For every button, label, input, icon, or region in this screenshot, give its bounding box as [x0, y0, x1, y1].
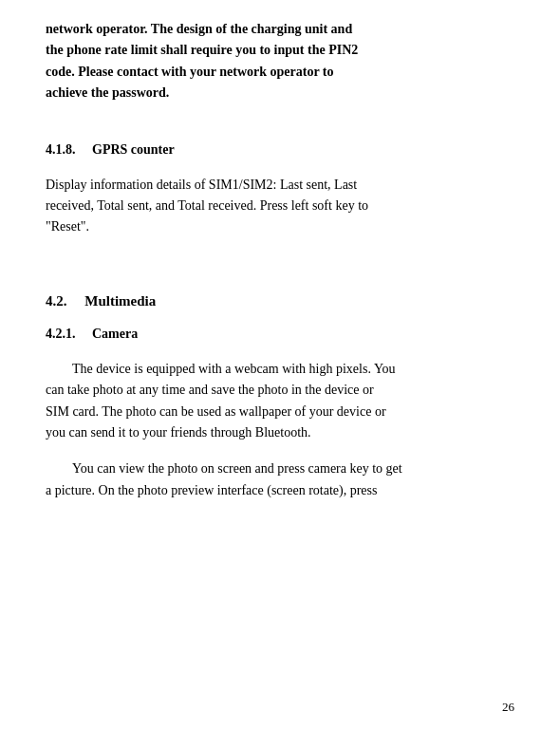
section-418-body-line2: received, Total sent, and Total received… [46, 198, 368, 213]
section-421-label: 4.2.1. [46, 327, 76, 341]
section-418-body-line1: Display information details of SIM1/SIM2… [46, 178, 357, 192]
section-42-title: Multimedia [84, 293, 156, 309]
section-42-heading: 4.2. Multimedia [46, 293, 514, 309]
section-421-para1-line1: The device is equipped with a webcam wit… [72, 362, 396, 376]
intro-paragraph: network operator. The design of the char… [46, 19, 514, 104]
section-418-body-line3: "Reset". [46, 219, 89, 234]
section-421-para1-line4: you can send it to your friends through … [46, 425, 311, 440]
page-number: 26 [502, 700, 514, 715]
intro-line1: network operator. The design of the char… [46, 22, 352, 36]
section-421-para1: The device is equipped with a webcam wit… [46, 359, 514, 444]
intro-line2: the phone rate limit shall require you t… [46, 43, 358, 57]
intro-line3: code. Please contact with your network o… [46, 65, 334, 79]
section-421-para2-line2: a picture. On the photo preview interfac… [46, 483, 377, 497]
section-421-para1-line3: SIM card. The photo can be used as wallp… [46, 404, 386, 419]
section-421-heading: 4.2.1. Camera [46, 327, 514, 342]
section-42-label: 4.2. [46, 293, 67, 309]
section-418-body: Display information details of SIM1/SIM2… [46, 175, 514, 238]
section-421-para2-line1: You can view the photo on screen and pre… [72, 461, 402, 476]
section-421-title: Camera [92, 327, 138, 341]
page-container: network operator. The design of the char… [0, 0, 560, 730]
section-418-heading: 4.1.8. GPRS counter [46, 142, 514, 158]
section-421-para2: You can view the photo on screen and pre… [46, 459, 514, 501]
section-421-para1-line2: can take photo at any time and save the … [46, 383, 374, 397]
section-418-title: GPRS counter [92, 142, 175, 157]
intro-line4: achieve the password. [46, 85, 169, 100]
section-418-label: 4.1.8. [46, 142, 76, 157]
